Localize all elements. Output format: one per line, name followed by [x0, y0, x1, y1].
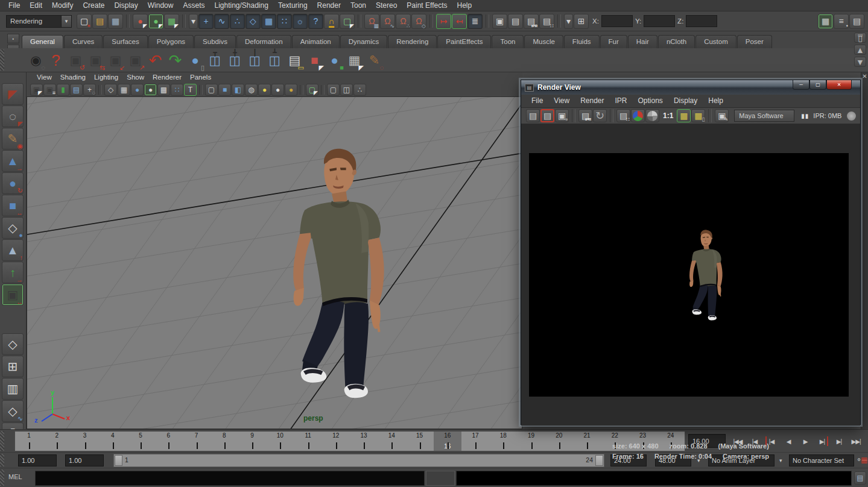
connect-node-single-icon[interactable]: ◫┃: [246, 50, 264, 71]
menu-lighting-shading[interactable]: Lighting/Shading: [209, 0, 273, 11]
output-connections-icon[interactable]: ↤: [452, 14, 467, 29]
shaded-icon[interactable]: ●: [131, 84, 144, 96]
persp-graph-layout-button[interactable]: ◇∿: [2, 400, 24, 422]
single-pane-layout-button[interactable]: ◇: [2, 333, 24, 355]
shelf-tab-general[interactable]: General: [22, 35, 63, 48]
timeline-frame-5[interactable]: 5: [127, 432, 154, 451]
paint-selection-tool[interactable]: ✎◉: [2, 128, 24, 149]
shelf-trash-icon[interactable]: ▯▭: [854, 33, 866, 43]
menu-help[interactable]: Help: [452, 0, 477, 11]
rv-keep-image-icon[interactable]: ▦: [677, 109, 691, 122]
shelf-scroll-up-icon[interactable]: ▲: [854, 45, 866, 55]
command-line-splitter[interactable]: [426, 471, 455, 486]
playback-start-field[interactable]: [65, 454, 104, 467]
timeline-frame-16[interactable]: 1616: [434, 432, 461, 451]
show-manipulator-tool[interactable]: ↑→: [2, 262, 24, 283]
menu-stereo[interactable]: Stereo: [371, 0, 402, 11]
rv-rgb-channel-icon[interactable]: [631, 109, 645, 122]
rv-ipr-render-icon[interactable]: ▤IPR: [578, 109, 592, 122]
script-editor-button[interactable]: ▤: [854, 471, 866, 485]
panel-menu-lighting[interactable]: Lighting: [90, 72, 122, 83]
rv-menu-file[interactable]: File: [526, 95, 548, 107]
rv-remove-image-icon[interactable]: ▦▯: [691, 109, 705, 122]
plain-cube-icon[interactable]: ▢: [327, 84, 340, 96]
range-start-handle[interactable]: [115, 455, 122, 466]
light-yellow-icon[interactable]: ●: [258, 84, 271, 96]
menu-file[interactable]: File: [4, 0, 25, 11]
render-current-frame-icon[interactable]: ▤: [508, 14, 523, 29]
rv-menu-help[interactable]: Help: [703, 95, 729, 107]
make-live-icon[interactable]: ☼: [293, 14, 308, 29]
menuset-dropdown-arrow-icon[interactable]: ▾: [62, 15, 72, 28]
texture-display-icon[interactable]: T: [184, 84, 197, 96]
rv-menu-ipr[interactable]: IPR: [610, 95, 633, 107]
timeline-frame-9[interactable]: 9: [238, 432, 266, 451]
timeline-frame-17[interactable]: 17: [461, 432, 489, 451]
coord-entry-mode-icon[interactable]: ⊞: [574, 14, 589, 29]
outliner-persp-layout-button[interactable]: ▥: [2, 378, 24, 400]
share-nodes-icon[interactable]: ∴: [353, 84, 366, 96]
range-slider-grip[interactable]: [0, 454, 4, 467]
soft-modification-tool[interactable]: ▲↑: [2, 239, 24, 261]
coord-x-input[interactable]: [601, 15, 633, 27]
camera-orbit-icon[interactable]: ▣↺: [66, 50, 85, 71]
wireframe-icon[interactable]: ◇: [104, 84, 117, 96]
default-material-icon[interactable]: ▢: [205, 84, 218, 96]
universal-manipulator-tool[interactable]: ◇●: [2, 217, 24, 239]
duplicate-object-icon[interactable]: ■◤: [305, 50, 324, 71]
shelf-tab-poser[interactable]: Poser: [737, 35, 772, 48]
vertex-display-icon[interactable]: ∷: [171, 84, 183, 96]
panel-menu-show[interactable]: Show: [122, 72, 148, 83]
select-tool[interactable]: ◤: [2, 83, 24, 105]
menu-modify[interactable]: Modify: [47, 0, 78, 11]
timeline-frame-7[interactable]: 7: [183, 432, 211, 451]
rv-menu-display[interactable]: Display: [668, 95, 703, 107]
menu-display[interactable]: Display: [109, 0, 142, 11]
film-gate-icon[interactable]: ▦: [118, 84, 130, 96]
selection-mask-dropdown-icon[interactable]: ▾: [189, 14, 198, 29]
four-pane-layout-button[interactable]: ⊞: [2, 356, 24, 377]
lasso-select-tool[interactable]: ◌◤: [2, 105, 24, 127]
rotate-tool[interactable]: ●↻: [2, 172, 24, 194]
undo-icon[interactable]: ↶: [146, 50, 165, 71]
timeline-frame-3[interactable]: 3: [71, 432, 99, 451]
snap-point-icon[interactable]: ∴: [230, 14, 245, 29]
select-object-icon[interactable]: ●◤: [148, 14, 163, 29]
shelf-tab-animation[interactable]: Animation: [292, 35, 340, 48]
last-tool-camera[interactable]: ▣↔: [2, 284, 24, 306]
shaded-cube-icon[interactable]: ■: [218, 84, 231, 96]
ipr-pause-button[interactable]: ▮▮: [801, 113, 809, 119]
shelf-grip[interactable]: [0, 49, 4, 71]
rv-render-sequence-icon[interactable]: ▤∷: [616, 109, 630, 122]
shelf-tab-polygons[interactable]: Polygons: [148, 35, 194, 48]
menu-edit[interactable]: Edit: [25, 0, 47, 11]
timeline-frame-13[interactable]: 13: [350, 432, 378, 451]
snap-curve-icon[interactable]: ∿: [214, 14, 229, 29]
highlight-selection-icon[interactable]: ▢◤: [340, 14, 355, 29]
scale-tool[interactable]: ■↔: [2, 195, 24, 216]
coord-dropdown-icon[interactable]: ▾: [564, 14, 573, 29]
minimize-button[interactable]: ─: [793, 80, 809, 90]
shelf-tab-deformation[interactable]: Deformation: [236, 35, 291, 48]
connect-node-multi-icon[interactable]: ◫╋: [226, 50, 244, 71]
timeline-frame-1[interactable]: 1: [15, 432, 43, 451]
magnet-snap-curve-icon[interactable]: Ω∿: [380, 14, 395, 29]
snap-surface-icon[interactable]: ▦: [261, 14, 276, 29]
hypergraph-icon[interactable]: ▤▭: [285, 50, 304, 71]
viewport-canvas[interactable]: y x z persp: [27, 96, 522, 429]
render-settings-icon[interactable]: ▤∷: [539, 14, 554, 29]
menu-toon[interactable]: Toon: [346, 0, 371, 11]
shelf-tab-rendering[interactable]: Rendering: [388, 35, 437, 48]
rv-render-frame-icon[interactable]: ▤: [526, 109, 540, 122]
channel-box-icon[interactable]: ▤: [849, 14, 864, 29]
maximize-button[interactable]: ▢: [809, 80, 826, 90]
close-button[interactable]: ✕: [826, 80, 852, 90]
construction-history-icon[interactable]: ≣: [467, 14, 483, 29]
panel-menu-shading[interactable]: Shading: [56, 72, 90, 83]
shelf-tab-muscle[interactable]: Muscle: [524, 35, 563, 48]
bookmark-icon[interactable]: ▮: [57, 84, 69, 96]
light-white-icon[interactable]: ●: [271, 84, 284, 96]
timeline-frame-8[interactable]: 8: [211, 432, 238, 451]
pan-zoom-icon[interactable]: +◌: [83, 84, 96, 96]
camera-attributes-icon[interactable]: ▣≡: [43, 84, 56, 96]
